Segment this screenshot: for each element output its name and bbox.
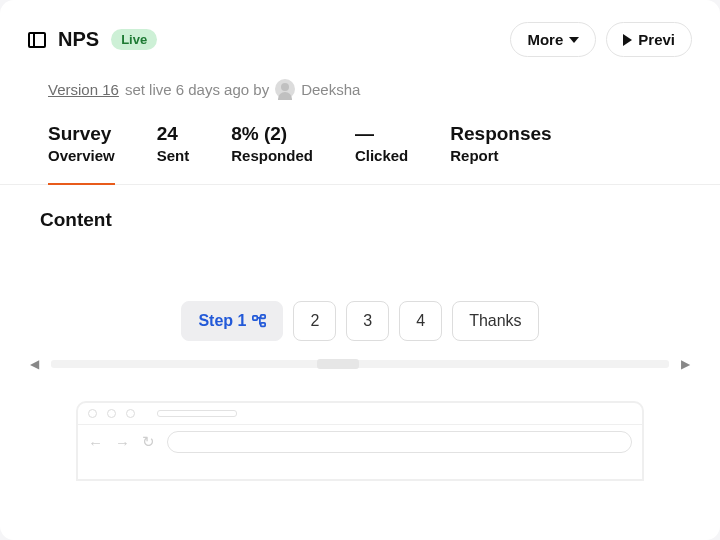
browser-tabs [78,403,642,424]
stats-tabs: Survey Overview 24 Sent 8% (2) Responded… [0,119,720,185]
scroll-track[interactable] [51,360,669,368]
version-line: Version 16 set live 6 days ago by Deeksh… [0,73,720,119]
scroll-thumb[interactable] [317,359,359,369]
reload-icon: ↻ [142,433,155,451]
step-3[interactable]: 3 [346,301,389,341]
step-label: 4 [416,312,425,330]
scroll-right-icon[interactable]: ▶ [675,351,696,377]
branch-icon [252,314,266,328]
version-middle-text: set live 6 days ago by [125,81,269,98]
window-dot-icon [88,409,97,418]
header-actions: More Previ [510,22,692,57]
url-bar [167,431,632,453]
tab-responses[interactable]: Responses Report [450,123,551,184]
step-1[interactable]: Step 1 [181,301,283,341]
stat-top: Survey [48,123,115,145]
content-heading: Content [0,185,720,255]
caret-down-icon [569,37,579,43]
stat-bottom: Sent [157,147,190,164]
stat-bottom: Report [450,147,551,164]
stat-top: — [355,123,408,145]
svg-rect-2 [261,323,265,327]
step-scroll: ◀ ▶ [0,349,720,377]
step-label: 3 [363,312,372,330]
version-link[interactable]: Version 16 [48,81,119,98]
page-title: NPS [58,28,99,51]
stat-bottom: Clicked [355,147,408,164]
browser-toolbar: ← → ↻ [78,424,642,459]
tab-sent[interactable]: 24 Sent [157,123,190,184]
browser-chrome: ← → ↻ [78,403,642,459]
step-label: Step 1 [198,312,246,330]
stat-top: Responses [450,123,551,145]
browser-preview: ← → ↻ [76,401,644,481]
scroll-left-icon[interactable]: ◀ [24,351,45,377]
preview-label: Previ [638,31,675,48]
stat-top: 8% (2) [231,123,313,145]
browser-tab-placeholder [157,410,237,417]
step-label: Thanks [469,312,521,330]
more-label: More [527,31,563,48]
stat-bottom: Overview [48,147,115,164]
stat-top: 24 [157,123,190,145]
stat-bottom: Responded [231,147,313,164]
step-thanks[interactable]: Thanks [452,301,538,341]
step-label: 2 [310,312,319,330]
forward-icon: → [115,434,130,451]
avatar [275,79,295,99]
step-2[interactable]: 2 [293,301,336,341]
svg-rect-0 [253,316,257,320]
tab-clicked[interactable]: — Clicked [355,123,408,184]
step-selector: Step 1 2 3 4 Thanks [0,255,720,349]
window-dot-icon [107,409,116,418]
step-4[interactable]: 4 [399,301,442,341]
tab-overview[interactable]: Survey Overview [48,123,115,184]
sidebar-toggle-icon[interactable] [28,32,46,48]
version-user: Deeksha [301,81,360,98]
preview-button[interactable]: Previ [606,22,692,57]
window-dot-icon [126,409,135,418]
svg-rect-1 [261,315,265,319]
back-icon: ← [88,434,103,451]
more-button[interactable]: More [510,22,596,57]
tab-responded[interactable]: 8% (2) Responded [231,123,313,184]
status-badge: Live [111,29,157,50]
page-header: NPS Live More Previ [0,0,720,73]
play-icon [623,34,632,46]
